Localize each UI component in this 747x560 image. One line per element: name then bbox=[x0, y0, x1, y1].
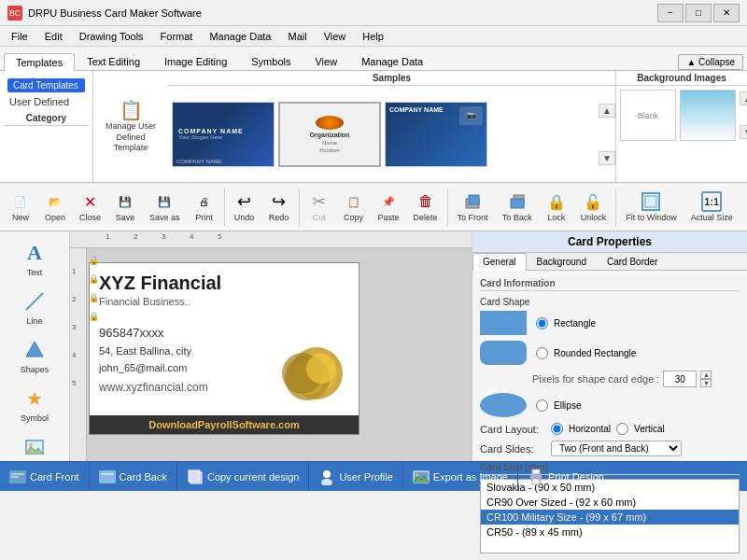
toolbar-sep-1 bbox=[224, 189, 225, 226]
sample-card-3[interactable]: COMPANY NAME 📷 bbox=[385, 102, 487, 167]
tab-background[interactable]: Background bbox=[527, 253, 597, 270]
delete-button[interactable]: 🗑 Delete bbox=[407, 186, 444, 229]
vertical-radio[interactable] bbox=[616, 423, 628, 435]
menu-file[interactable]: File bbox=[4, 29, 35, 44]
sample-card-2[interactable]: Organization Name Position bbox=[278, 102, 381, 167]
size-cr90[interactable]: CR90 Over Sized - (92 x 60 mm) bbox=[481, 495, 739, 510]
collapse-button[interactable]: ▲ Collapse bbox=[678, 54, 743, 70]
tab-image-editing[interactable]: Image Editing bbox=[152, 52, 239, 70]
user-defined-button[interactable]: User Defined bbox=[7, 94, 85, 109]
unlock-label: Unlock bbox=[581, 213, 607, 222]
card-watermark: DownloadPayrollSoftware.com bbox=[90, 415, 359, 434]
newimage-tool[interactable]: New Image bbox=[3, 429, 66, 461]
text-tool[interactable]: A Text bbox=[3, 235, 66, 282]
pixels-up[interactable]: ▲ bbox=[700, 371, 712, 379]
new-button[interactable]: 📄 New bbox=[4, 186, 37, 229]
samples-scroll-up[interactable]: ▲ bbox=[599, 104, 615, 118]
toolbar-sep-2 bbox=[299, 189, 300, 226]
userprofile-label: User Profile bbox=[339, 471, 392, 483]
rounded-rect-preview bbox=[480, 341, 527, 365]
bg-images-section: Background Images Blank ▲ ▼ bbox=[616, 71, 747, 182]
manage-template-label: Manage User Defined Template bbox=[101, 121, 161, 154]
print-button[interactable]: 🖨 Print bbox=[188, 186, 221, 229]
minimize-button[interactable]: − bbox=[657, 4, 684, 22]
toolbar-sep-4 bbox=[615, 189, 616, 226]
bg-scroll-down[interactable]: ▼ bbox=[740, 125, 747, 139]
bg-sky[interactable] bbox=[680, 90, 736, 141]
tab-general[interactable]: General bbox=[472, 253, 527, 271]
shapes-tool[interactable]: Shapes bbox=[3, 332, 66, 379]
fitwindow-button[interactable]: Fit to Window bbox=[619, 186, 684, 229]
copy-button[interactable]: 📋 Copy bbox=[337, 186, 371, 229]
menu-format[interactable]: Format bbox=[153, 29, 201, 44]
tab-card-border[interactable]: Card Border bbox=[597, 253, 668, 270]
menu-edit[interactable]: Edit bbox=[37, 29, 70, 44]
menu-drawing-tools[interactable]: Drawing Tools bbox=[72, 29, 151, 44]
ellipse-radio[interactable] bbox=[536, 399, 548, 412]
bg-blank[interactable]: Blank bbox=[620, 90, 676, 141]
maximize-button[interactable]: □ bbox=[685, 4, 712, 22]
size-cr100[interactable]: CR100 Military Size - (99 x 67 mm) bbox=[481, 510, 739, 525]
cut-button[interactable]: ✂ Cut bbox=[303, 186, 336, 229]
tofront-button[interactable]: To Front bbox=[451, 186, 495, 229]
saveas-label: Save as bbox=[149, 213, 180, 222]
app-title: DRPU Business Card Maker Software bbox=[28, 7, 202, 19]
undo-button[interactable]: ↩ Undo bbox=[228, 186, 261, 229]
delete-icon: 🗑 bbox=[416, 191, 436, 212]
sample-card-1[interactable]: COMPANY NAME Your Slogan Here COMPANY NA… bbox=[172, 102, 275, 167]
cardback-button[interactable]: Card Back bbox=[90, 462, 177, 491]
pixels-down[interactable]: ▼ bbox=[700, 379, 712, 387]
card-templates-button[interactable]: Card Templates bbox=[7, 78, 85, 92]
horizontal-radio[interactable] bbox=[551, 423, 563, 435]
tab-text-editing[interactable]: Text Editing bbox=[75, 52, 152, 70]
tab-symbols[interactable]: Symbols bbox=[239, 52, 303, 70]
unlock-button[interactable]: 🔓 Unlock bbox=[574, 186, 613, 229]
close-button[interactable]: ✕ bbox=[713, 4, 740, 22]
undo-icon: ↩ bbox=[234, 191, 255, 212]
ruler-vertical: 1 2 3 4 5 bbox=[70, 248, 87, 461]
tab-view[interactable]: View bbox=[303, 52, 349, 70]
card-sides-row: Card Sides: Two (Front and Back) One (Fr… bbox=[480, 441, 740, 456]
save-button[interactable]: 💾 Save bbox=[108, 186, 142, 229]
menu-manage-data[interactable]: Manage Data bbox=[202, 29, 278, 44]
card-canvas[interactable]: XYZ Financial Financial Business.. 96584… bbox=[89, 262, 359, 435]
rounded-rectangle-radio[interactable] bbox=[536, 347, 548, 359]
actualsize-button[interactable]: 1:1 Actual Size bbox=[684, 186, 740, 229]
card-sides-select[interactable]: Two (Front and Back) One (Front Only) bbox=[551, 441, 682, 456]
properties-title: Card Properties bbox=[472, 231, 747, 253]
ellipse-label: Ellipse bbox=[554, 400, 581, 411]
exportimage-button[interactable]: Export as Image bbox=[403, 462, 518, 491]
redo-button[interactable]: ↪ Redo bbox=[262, 186, 296, 229]
manage-user-template[interactable]: 📋 Manage User Defined Template bbox=[93, 71, 168, 182]
line-tool[interactable]: Line bbox=[3, 284, 66, 330]
saveas-button[interactable]: 💾 Save as bbox=[143, 186, 187, 229]
samples-grid: COMPANY NAME Your Slogan Here COMPANY NA… bbox=[168, 98, 599, 171]
lock-button[interactable]: 🔒 Lock bbox=[540, 186, 573, 229]
menu-help[interactable]: Help bbox=[355, 29, 391, 44]
menu-mail[interactable]: Mail bbox=[280, 29, 314, 44]
cardfront-button[interactable]: Card Front bbox=[0, 462, 90, 491]
save-icon: 💾 bbox=[115, 191, 135, 212]
toback-button[interactable]: To Back bbox=[496, 186, 539, 229]
close-button[interactable]: ✕ Close bbox=[73, 186, 107, 229]
shape-ellipse-row: Ellipse bbox=[480, 393, 740, 417]
userprofile-button[interactable]: User Profile bbox=[309, 462, 402, 491]
tab-manage-data[interactable]: Manage Data bbox=[349, 52, 435, 70]
size-cr50[interactable]: CR50 - (89 x 45 mm) bbox=[481, 525, 739, 539]
printdesign-button[interactable]: Print Design bbox=[518, 462, 613, 491]
window-controls: − □ ✕ bbox=[657, 4, 740, 22]
copycurrent-button[interactable]: Copy current design bbox=[177, 462, 309, 491]
open-button[interactable]: 📂 Open bbox=[38, 186, 72, 229]
symbol-tool[interactable]: ★ Symbol bbox=[3, 381, 66, 427]
rectangle-radio[interactable] bbox=[536, 317, 548, 329]
bg-scroll-up[interactable]: ▲ bbox=[740, 91, 747, 105]
card-info-label: Card Information bbox=[480, 278, 740, 291]
actualsize-label: Actual Size bbox=[691, 213, 733, 222]
pixels-input[interactable] bbox=[663, 371, 697, 387]
menu-view[interactable]: View bbox=[317, 29, 354, 44]
exportimage-label: Export as Image bbox=[433, 471, 508, 483]
cardback-icon bbox=[99, 469, 116, 485]
tab-templates[interactable]: Templates bbox=[4, 53, 75, 71]
samples-scroll-down[interactable]: ▼ bbox=[599, 151, 615, 165]
paste-button[interactable]: 📌 Paste bbox=[372, 186, 406, 229]
